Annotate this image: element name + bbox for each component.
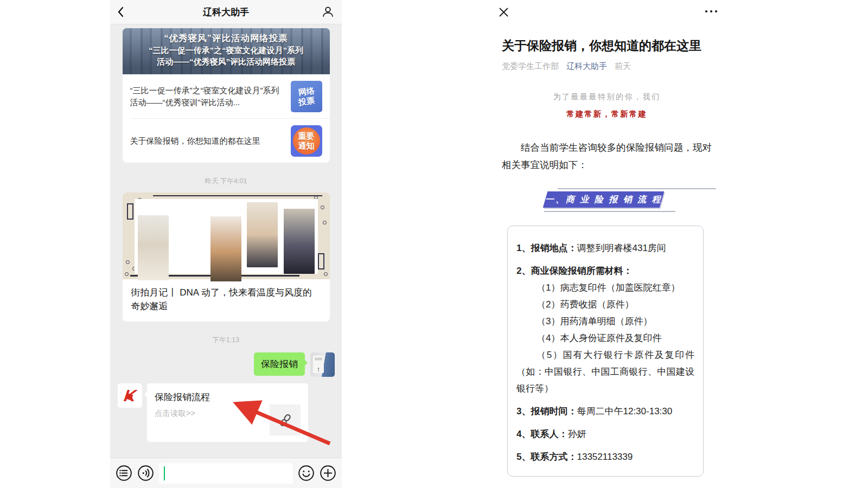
- plus-icon[interactable]: [320, 465, 336, 481]
- message-input[interactable]: [159, 463, 293, 484]
- wechat-chat-screen: 辽科大助手 “优秀寝风”评比活动网络投票 “三比一促一传承”之“寝室文化建设月”…: [110, 0, 342, 488]
- reply-card-title: 保险报销流程: [155, 391, 301, 403]
- banner-headline: “优秀寝风”评比活动网络投票: [123, 33, 330, 44]
- info-line: （1）病志复印件（加盖医院红章）: [516, 279, 694, 296]
- article-byline: 党委学生工作部 辽科大助手 前天: [502, 61, 712, 72]
- banner-subline-1: “三比一促一传承”之“寝室文化建设月”系列: [123, 44, 330, 56]
- byline-account-link[interactable]: 辽科大助手: [566, 61, 607, 72]
- intro-gray-line: 为了最最最特别的你，我们: [502, 92, 712, 102]
- info-line: 3、报销时间：每周二中午12:30-13:30: [516, 403, 694, 420]
- article-body: 关于保险报销，你想知道的都在这里 党委学生工作部 辽科大助手 前天 为了最最最特…: [488, 37, 727, 477]
- article-title: 关于保险报销，你想知道的都在这里: [502, 37, 712, 54]
- intro-red-line: 常建常新，常新常建: [502, 109, 712, 119]
- chat-title: 辽科大助手: [203, 6, 249, 18]
- reader-topbar: [488, 0, 727, 25]
- article-item-title: “三比一促一传承”之“寝室文化建设月”系列活动——“优秀寝训”评比活动...: [130, 85, 284, 108]
- photo-collage: [135, 199, 318, 274]
- back-icon[interactable]: [117, 7, 124, 17]
- info-line: （3）用药清单明细（原件）: [516, 313, 694, 330]
- byline-department: 党委学生工作部: [502, 61, 559, 72]
- timestamp: 昨天 下午4:01: [110, 177, 342, 186]
- chat-header: 辽科大助手: [110, 0, 342, 24]
- more-icon[interactable]: [704, 9, 718, 14]
- info-line: 2、商业保险报销所需材料：: [516, 262, 694, 279]
- voice-icon[interactable]: [137, 465, 154, 481]
- article-list-item[interactable]: “三比一促一传承”之“寝室文化建设月”系列活动——“优秀寝训”评比活动... 网…: [123, 74, 330, 118]
- banner-subline-2: 活动——“优秀寝风”评比活动网络投票: [123, 56, 330, 67]
- section-badge-text: 一、商 业 险 报 销 流 程: [545, 194, 662, 206]
- chat-input-bar: [110, 458, 342, 488]
- portrait-photo: [174, 202, 205, 267]
- sent-bubble: 保险报销: [254, 352, 305, 376]
- reimbursement-info-box: 1、报销地点：调整到明睿楼431房间 2、商业保险报销所需材料： （1）病志复印…: [507, 226, 704, 477]
- section-badge: 一、商 业 险 报 销 流 程: [543, 191, 665, 208]
- intro-paragraph: 结合当前学生咨询较多的保险报销问题，现对相关事宜说明如下：: [502, 139, 712, 174]
- portrait-photo: [138, 215, 169, 280]
- info-line: （2）药费收据（原件）: [516, 296, 694, 313]
- sent-message-row: 保险报销 ↑: [117, 352, 335, 377]
- article-list-item[interactable]: 关于保险报销，你想知道的都在这里 重要 通知: [123, 119, 330, 163]
- article-reader-screen: 关于保险报销，你想知道的都在这里 党委学生工作部 辽科大助手 前天 为了最最最特…: [488, 0, 727, 488]
- photo-article-card[interactable]: 街拍月记丨 DNA 动了，快来看温度与风度的奇妙邂逅: [123, 192, 330, 322]
- decorative-line: [558, 188, 716, 189]
- byline-time: 前天: [615, 61, 631, 72]
- menu-icon[interactable]: [116, 465, 132, 481]
- thumb-text: 通知: [298, 141, 315, 151]
- reply-link-card[interactable]: 保险报销流程 点击读取>>: [147, 383, 308, 442]
- timestamp: 下午1:13: [110, 336, 342, 345]
- emoji-icon[interactable]: [298, 465, 315, 481]
- vote-thumbnail: 网络 投票: [291, 81, 322, 112]
- info-line: （4）本人身份证原件及复印件: [516, 330, 694, 346]
- banner-article[interactable]: “优秀寝风”评比活动网络投票 “三比一促一传承”之“寝室文化建设月”系列 活动—…: [123, 28, 330, 74]
- portrait-photo: [247, 202, 278, 267]
- photo-article-title: 街拍月记丨 DNA 动了，快来看温度与风度的奇妙邂逅: [123, 279, 330, 322]
- notice-thumbnail: 重要 通知: [291, 125, 322, 157]
- red-logo-icon: K: [123, 388, 137, 404]
- film-strip-collage: [123, 192, 330, 279]
- decorative-line: [544, 211, 675, 212]
- info-line: 5、联系方式：13352113339: [516, 448, 694, 465]
- avatar-sign-up-arrow: ↑: [313, 356, 324, 373]
- info-line: （5）国有大行银行卡原件及复印件（如：中国银行、中国工商银行、中国建设银行等）: [516, 346, 694, 397]
- contact-icon[interactable]: [321, 5, 335, 19]
- info-line: 1、报销地点：调整到明睿楼431房间: [516, 240, 694, 256]
- portrait-photo: [210, 216, 241, 281]
- close-icon[interactable]: [499, 8, 508, 17]
- portrait-photo: [284, 209, 315, 274]
- link-icon: [270, 404, 301, 435]
- thumb-text: 投票: [297, 95, 315, 107]
- user-avatar[interactable]: ↑: [310, 352, 335, 377]
- reply-message-row: K 保险报销流程 点击读取>>: [118, 383, 334, 442]
- article-item-title: 关于保险报销，你想知道的都在这里: [130, 135, 284, 147]
- info-line: 4、联系人：孙妍: [516, 426, 694, 442]
- article-message-card: “优秀寝风”评比活动网络投票 “三比一促一传承”之“寝室文化建设月”系列 活动—…: [123, 28, 330, 163]
- section-header: 一、商 业 险 报 销 流 程: [502, 188, 712, 214]
- thumb-text: 重要: [298, 131, 315, 141]
- official-account-avatar[interactable]: K: [118, 383, 142, 408]
